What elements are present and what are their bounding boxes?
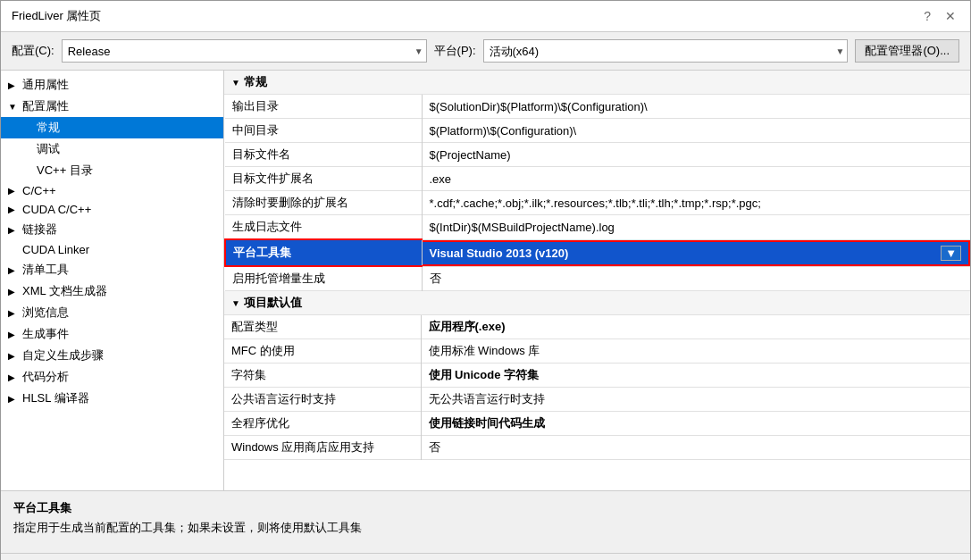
- prop-name-cell: 目标文件扩展名: [225, 167, 422, 191]
- tree-item[interactable]: VC++ 目录: [1, 160, 223, 181]
- tree-item[interactable]: ▶生成事件: [1, 323, 223, 345]
- tree-item[interactable]: ▶浏览信息: [1, 302, 223, 323]
- tree-item-label: XML 文档生成器: [22, 283, 107, 299]
- tree-item-label: 清单工具: [22, 262, 69, 278]
- tree-arrow-icon: ▶: [8, 351, 19, 361]
- title-controls: ? ✕: [920, 9, 959, 23]
- title-bar: FriedLiver 属性页 ? ✕: [1, 1, 970, 32]
- dialog-title: FriedLiver 属性页: [12, 8, 101, 24]
- tree-arrow-icon: ▶: [8, 265, 19, 275]
- table-row[interactable]: 中间目录$(Platform)\$(Configuration)\: [225, 119, 970, 143]
- main-dialog: FriedLiver 属性页 ? ✕ 配置(C): Release ▼ 平台(P…: [0, 0, 971, 560]
- tree-item[interactable]: ▶代码分析: [1, 366, 223, 388]
- table-row[interactable]: 配置类型应用程序(.exe): [224, 315, 970, 339]
- tree-item[interactable]: ▶HLSL 编译器: [1, 388, 223, 409]
- tree-item[interactable]: ▶XML 文档生成器: [1, 280, 223, 302]
- tree-item[interactable]: 调试: [1, 138, 223, 160]
- prop-name-cell: 目标文件名: [225, 143, 422, 167]
- tree-item[interactable]: ▶自定义生成步骤: [1, 345, 223, 366]
- prop-value-cell: 否: [422, 266, 970, 291]
- table-row[interactable]: 生成日志文件$(IntDir)$(MSBuildProjectName).log: [225, 215, 970, 240]
- config-manager-button[interactable]: 配置管理器(O)...: [855, 39, 959, 63]
- prop-value-text: Visual Studio 2013 (v120): [430, 247, 569, 260]
- tree-arrow-icon: ▶: [8, 80, 19, 90]
- property-table: 输出目录$(SolutionDir)$(Platform)\$(Configur…: [224, 95, 970, 291]
- right-panel: ▼常规输出目录$(SolutionDir)$(Platform)\$(Confi…: [224, 71, 970, 490]
- prop-value-cell: *.cdf;*.cache;*.obj;*.ilk;*.resources;*.…: [422, 191, 970, 215]
- table-row[interactable]: 平台工具集Visual Studio 2013 (v120)▼: [225, 239, 970, 266]
- tree-item[interactable]: CUDA Linker: [1, 240, 223, 259]
- tree-arrow-icon: ▶: [8, 225, 19, 235]
- tree-item-label: VC++ 目录: [37, 163, 93, 179]
- tree-item[interactable]: ▶通用属性: [1, 74, 223, 96]
- tree-item[interactable]: ▼配置属性: [1, 96, 223, 117]
- tree-arrow-icon: ▶: [8, 287, 19, 297]
- config-select[interactable]: Release: [62, 39, 427, 63]
- tree-item-label: 链接器: [22, 221, 57, 238]
- table-row[interactable]: Windows 应用商店应用支持否: [224, 436, 970, 460]
- tree-item[interactable]: ▶链接器: [1, 219, 223, 240]
- tree-item[interactable]: ▶清单工具: [1, 259, 223, 280]
- property-table: 配置类型应用程序(.exe)MFC 的使用使用标准 Windows 库字符集使用…: [224, 315, 970, 460]
- prop-name-cell: 公共语言运行时支持: [224, 388, 421, 412]
- tree-item[interactable]: ▶CUDA C/C++: [1, 200, 223, 219]
- section-title: 项目默认值: [244, 295, 302, 311]
- tree-item-label: CUDA C/C++: [22, 203, 91, 216]
- tree-item-label: 浏览信息: [22, 305, 69, 321]
- tree-arrow-icon: ▶: [8, 394, 19, 404]
- section-title: 常规: [244, 74, 267, 90]
- dropdown-arrow-icon[interactable]: ▼: [941, 246, 961, 261]
- table-row[interactable]: 启用托管增量生成否: [225, 266, 970, 291]
- platform-select-wrapper: 活动(x64) ▼: [483, 39, 849, 63]
- tree-item[interactable]: ▶C/C++: [1, 181, 223, 200]
- prop-name-cell: 全程序优化: [224, 412, 421, 436]
- prop-value-cell: Visual Studio 2013 (v120)▼: [423, 240, 971, 266]
- table-row[interactable]: 清除时要删除的扩展名*.cdf;*.cache;*.obj;*.ilk;*.re…: [225, 191, 970, 215]
- description-panel: 平台工具集 指定用于生成当前配置的工具集；如果未设置，则将使用默认工具集: [1, 490, 970, 553]
- tree-arrow-icon: ▶: [8, 205, 19, 214]
- table-row[interactable]: 输出目录$(SolutionDir)$(Platform)\$(Configur…: [225, 95, 970, 119]
- section-arrow-icon: ▼: [231, 78, 240, 88]
- toolbar: 配置(C): Release ▼ 平台(P): 活动(x64) ▼ 配置管理器(…: [1, 32, 970, 71]
- prop-name-cell: 输出目录: [225, 95, 422, 119]
- desc-body: 指定用于生成当前配置的工具集；如果未设置，则将使用默认工具集: [13, 520, 958, 536]
- prop-value-cell: $(SolutionDir)$(Platform)\$(Configuratio…: [422, 95, 970, 119]
- prop-name-cell: 字符集: [224, 364, 421, 388]
- table-row[interactable]: MFC 的使用使用标准 Windows 库: [224, 339, 970, 364]
- prop-name-cell: 启用托管增量生成: [225, 266, 422, 291]
- close-button[interactable]: ✕: [942, 9, 959, 23]
- tree-arrow-icon: ▶: [8, 186, 19, 196]
- tree-arrow-icon: ▼: [8, 102, 19, 112]
- table-row[interactable]: 目标文件扩展名.exe: [225, 167, 970, 191]
- prop-name-cell: MFC 的使用: [224, 339, 421, 364]
- tree-item-label: 通用属性: [22, 77, 69, 93]
- prop-name-cell: 配置类型: [224, 315, 421, 339]
- table-row[interactable]: 目标文件名$(ProjectName): [225, 143, 970, 167]
- help-button[interactable]: ?: [920, 9, 934, 23]
- tree-item-label: 生成事件: [22, 326, 69, 342]
- tree-arrow-icon: ▶: [8, 372, 19, 382]
- section-arrow-icon: ▼: [231, 298, 240, 308]
- platform-select[interactable]: 活动(x64): [483, 39, 849, 63]
- table-row[interactable]: 公共语言运行时支持无公共语言运行时支持: [224, 388, 970, 412]
- prop-value-cell: .exe: [422, 167, 970, 191]
- prop-value-cell: $(Platform)\$(Configuration)\: [422, 119, 970, 143]
- left-panel: ▶通用属性▼配置属性常规调试VC++ 目录▶C/C++▶CUDA C/C++▶链…: [1, 71, 224, 490]
- platform-label: 平台(P):: [434, 43, 476, 59]
- tree-item-label: HLSL 编译器: [22, 390, 89, 406]
- prop-value-cell: 使用链接时间代码生成: [421, 412, 970, 436]
- prop-name-cell: 生成日志文件: [225, 215, 422, 240]
- section-header[interactable]: ▼常规: [224, 71, 970, 95]
- tree-item[interactable]: 常规: [1, 117, 223, 138]
- table-row[interactable]: 字符集使用 Unicode 字符集: [224, 364, 970, 388]
- section-header[interactable]: ▼项目默认值: [224, 291, 970, 315]
- prop-name-cell: Windows 应用商店应用支持: [224, 436, 421, 460]
- table-row[interactable]: 全程序优化使用链接时间代码生成: [224, 412, 970, 436]
- prop-value-cell: 使用标准 Windows 库: [421, 339, 970, 364]
- config-select-wrapper: Release ▼: [62, 39, 427, 63]
- prop-name-cell: 中间目录: [225, 119, 422, 143]
- prop-value-cell: 无公共语言运行时支持: [421, 388, 970, 412]
- prop-value-cell: 应用程序(.exe): [421, 315, 970, 339]
- tree-item-label: 常规: [37, 120, 60, 136]
- footer-buttons: 确定 取消 应用(A): [1, 553, 970, 560]
